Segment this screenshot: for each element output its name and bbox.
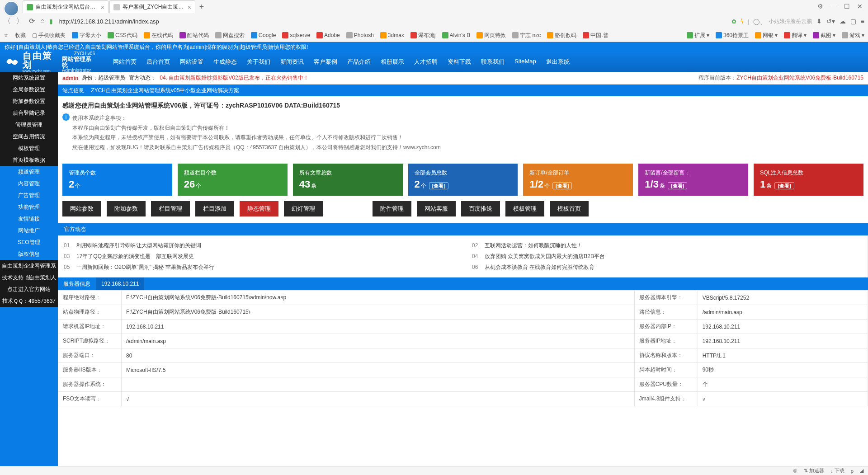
bookmark-item[interactable]: 网盘搜索 bbox=[215, 32, 245, 39]
bookmark-item[interactable]: 宁志 nzc bbox=[512, 32, 541, 39]
sidebar-item-ads[interactable]: 广告管理 bbox=[0, 189, 58, 201]
bookmark-item[interactable]: 3dmax bbox=[380, 32, 404, 38]
search-icon[interactable]: ◯ˎ bbox=[753, 18, 763, 25]
cloud-icon[interactable]: ☁ bbox=[840, 18, 846, 25]
back-button[interactable]: 〈 bbox=[4, 17, 11, 26]
flash-icon[interactable]: ϟ bbox=[740, 18, 744, 25]
nav-cases[interactable]: 客户案例 bbox=[309, 56, 342, 68]
new-tab-button[interactable]: + bbox=[196, 2, 207, 12]
close-button[interactable]: ✕ bbox=[855, 2, 864, 11]
view-link[interactable]: [查看] bbox=[774, 182, 794, 189]
sidebar-foot[interactable]: 自由策划企业网管理系统 bbox=[0, 260, 58, 272]
bookmark-item[interactable]: Photosh bbox=[346, 32, 374, 38]
sidebar-item-extra[interactable]: 附加参数设置 bbox=[0, 95, 58, 107]
bookmark-item[interactable]: Alvin's B bbox=[442, 32, 471, 38]
sidebar-item-loginlog[interactable]: 后台登陆记录 bbox=[0, 107, 58, 119]
bookmark-item[interactable]: 酷站代码 bbox=[179, 32, 209, 39]
bookmark-item[interactable]: 网银 ▾ bbox=[755, 32, 778, 39]
bookmark-item[interactable]: 截图 ▾ bbox=[813, 32, 835, 39]
action-button[interactable]: 百度推送 bbox=[461, 201, 500, 216]
action-button[interactable]: 附加参数 bbox=[107, 201, 146, 216]
sidebar-item-links[interactable]: 友情链接 bbox=[0, 213, 58, 225]
shield-icon[interactable]: ▮ bbox=[49, 18, 53, 25]
news-item[interactable]: 01利用蜘蛛池程序引导蜘蛛让大型网站霸屏你的关键词 bbox=[64, 240, 454, 251]
stat-card[interactable]: 全部会员总数2个[查看] bbox=[408, 164, 518, 196]
action-button[interactable]: 栏目管理 bbox=[151, 201, 190, 216]
bookmark-item[interactable]: 翻译 ▾ bbox=[784, 32, 807, 39]
bookmark-item[interactable]: CSS代码 bbox=[108, 32, 137, 39]
nav-products[interactable]: 产品介绍 bbox=[343, 56, 375, 68]
nav-gallery[interactable]: 相册展示 bbox=[376, 56, 409, 68]
tab-news[interactable]: 官方动态 bbox=[58, 223, 92, 235]
sidebar-foot[interactable]: 点击进入官方网站 bbox=[0, 283, 58, 295]
action-button[interactable]: 栏目添加 bbox=[195, 201, 234, 216]
nav-site-settings[interactable]: 网站设置 bbox=[175, 56, 208, 68]
download-icon[interactable]: ⬇ bbox=[816, 18, 822, 25]
settings-icon[interactable]: ⚙ bbox=[816, 2, 825, 11]
reload-button[interactable]: ⟳ bbox=[29, 17, 35, 26]
nav-news[interactable]: 新闻资讯 bbox=[276, 56, 308, 68]
action-button[interactable]: 幻灯管理 bbox=[284, 201, 323, 216]
nav-sitemap[interactable]: SiteMap bbox=[510, 56, 541, 68]
action-button[interactable]: 模板首页 bbox=[550, 201, 589, 216]
news-link[interactable]: 17年了QQ企鹅形象的演变也是一部互联网发展史 bbox=[76, 251, 194, 262]
bookmark-item[interactable]: 在线代码 bbox=[144, 32, 173, 39]
news-item[interactable]: 05一周新闻回顾：O2O刷单"黑洞" 揭秘 苹果新品发布会举行 bbox=[64, 262, 454, 273]
tab[interactable]: 客户案例_ZYCH自由策划企业网站 × bbox=[109, 0, 195, 13]
sidebar-item-channel[interactable]: 频道管理 bbox=[0, 166, 58, 178]
sidebar-item-admins[interactable]: 管理员管理 bbox=[0, 119, 58, 131]
stat-card[interactable]: 所有文章总数43条 bbox=[293, 164, 403, 196]
nav-home[interactable]: 网站首页 bbox=[108, 56, 141, 68]
tab-active[interactable]: 自由策划企业网站后台管理系统 × bbox=[23, 0, 108, 13]
dynamic-text[interactable]: 04. 自由策划新版婚纱摄影版V02版已发布，正在火热销售中！ bbox=[160, 74, 308, 82]
bookmark-item[interactable]: sqlserve bbox=[282, 32, 310, 38]
forward-button[interactable]: 〉 bbox=[16, 17, 24, 26]
bookmark-item[interactable]: 字母大小 bbox=[72, 32, 101, 39]
nav-jobs[interactable]: 人才招聘 bbox=[410, 56, 442, 68]
minimize-button[interactable]: — bbox=[829, 2, 839, 11]
view-link[interactable]: [查看] bbox=[668, 182, 687, 189]
stat-card[interactable]: 频道栏目个数26个 bbox=[178, 164, 288, 196]
sidebar-item-features[interactable]: 功能管理 bbox=[0, 201, 58, 213]
close-icon[interactable]: × bbox=[101, 4, 104, 11]
view-link[interactable]: [查看] bbox=[552, 182, 572, 189]
sidebar-item-system[interactable]: 网站系统设置 bbox=[0, 72, 58, 84]
nav-contact[interactable]: 联系我们 bbox=[476, 56, 509, 68]
history-icon[interactable]: ↺▾ bbox=[826, 18, 835, 25]
news-item[interactable]: 0317年了QQ企鹅形象的演变也是一部互联网发展史 bbox=[64, 251, 454, 262]
sidebar-item-global[interactable]: 全局参数设置 bbox=[0, 84, 58, 95]
action-button[interactable]: 静态管理 bbox=[240, 201, 278, 216]
bookmark-item[interactable]: 游戏 ▾ bbox=[842, 32, 864, 39]
bookmark-item[interactable]: 扩展 ▾ bbox=[687, 32, 709, 39]
stat-card[interactable]: 新留言/全部留言：1/3条[查看] bbox=[638, 164, 748, 196]
crumb-a[interactable]: 站点信息 bbox=[62, 87, 84, 94]
news-item[interactable]: 04放弃团购 众美窝窝欲成为国内最大的酒店B2B平台 bbox=[472, 251, 862, 262]
nav-logout[interactable]: 退出系统 bbox=[542, 56, 574, 68]
sidebar-item-promo[interactable]: 网站推广 bbox=[0, 225, 58, 236]
url-input[interactable]: http://192.168.10.211/admin/index.asp bbox=[57, 16, 727, 27]
maximize-button[interactable]: ☐ bbox=[842, 2, 852, 11]
sidebar-item-seo[interactable]: SEO管理 bbox=[0, 236, 58, 248]
sidebar-item-templates[interactable]: 模板管理 bbox=[0, 142, 58, 154]
bookmark-item[interactable]: Google bbox=[251, 32, 276, 38]
nav-downloads[interactable]: 资料下载 bbox=[443, 56, 476, 68]
bookmark-item[interactable]: 骆创数码 bbox=[547, 32, 576, 39]
action-button[interactable]: 模板管理 bbox=[505, 201, 544, 216]
bookmark-item[interactable]: Adobe bbox=[316, 32, 340, 38]
news-link[interactable]: 一周新闻回顾：O2O刷单"黑洞" 揭秘 苹果新品发布会举行 bbox=[76, 262, 214, 273]
sidebar-foot[interactable]: 技术支持：自由策划人 bbox=[0, 272, 58, 283]
bookmark-item[interactable]: 瀑布流j bbox=[410, 32, 436, 39]
close-icon[interactable]: × bbox=[188, 4, 191, 11]
nav-gen-static[interactable]: 生成静态 bbox=[209, 56, 241, 68]
nav-admin-home[interactable]: 后台首页 bbox=[142, 56, 175, 68]
nav-about[interactable]: 关于我们 bbox=[242, 56, 275, 68]
view-link[interactable]: [查看] bbox=[429, 182, 448, 189]
action-button[interactable]: 网站参数 bbox=[62, 201, 101, 216]
bookmark-item[interactable]: 网页特效 bbox=[476, 32, 506, 39]
home-button[interactable]: ⌂ bbox=[40, 17, 45, 26]
avatar[interactable] bbox=[4, 1, 19, 16]
star-icon[interactable]: ☆ bbox=[4, 32, 9, 38]
stat-card[interactable]: SQL注入信息总数1条[查看] bbox=[754, 164, 863, 196]
bookmark-item[interactable]: ▢ 手机收藏夹 bbox=[32, 32, 66, 39]
sidebar-item-copyright[interactable]: 版权信息 bbox=[0, 248, 58, 260]
